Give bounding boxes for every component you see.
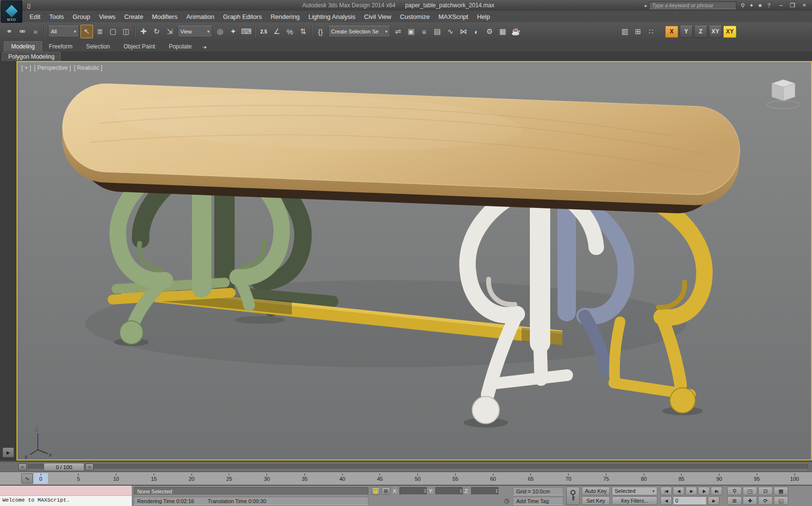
zoom-extents-all-button[interactable]: ▦ [774, 487, 788, 495]
frame-tick-45[interactable]: 45 [373, 473, 387, 484]
key-filters-button[interactable]: Key Filters... [612, 496, 657, 505]
spinner-icon[interactable] [702, 498, 704, 503]
zoom-button[interactable]: ⚲ [727, 487, 742, 495]
angle-snap-button[interactable]: ∠ [271, 25, 283, 38]
maximize-button[interactable]: ❒ [787, 1, 798, 10]
menu-item-help[interactable]: Help [473, 11, 494, 22]
frame-tick-75[interactable]: 75 [599, 473, 613, 484]
add-time-tag-field[interactable]: Add Time Tag [513, 497, 563, 505]
time-slider-handle[interactable]: 0 / 100 [44, 463, 84, 471]
current-frame-field[interactable]: 0 [673, 496, 707, 505]
restrict-y-button[interactable]: Y [680, 26, 693, 38]
x-coordinate-field[interactable] [399, 487, 427, 495]
tab-populate[interactable]: Populate [162, 42, 198, 51]
frame-tick-0[interactable]: 0 [33, 473, 48, 484]
frame-tick-90[interactable]: 90 [712, 473, 727, 484]
frame-tick-30[interactable]: 30 [260, 473, 274, 484]
schematic-view-button[interactable]: ⋈ [457, 25, 470, 38]
perspective-viewport[interactable]: Z x y [ + ] [ Perspective ] [ Realistic … [16, 61, 812, 460]
align-button[interactable]: ▣ [405, 25, 417, 38]
frame-tick-20[interactable]: 20 [184, 473, 199, 484]
select-object-button[interactable]: ↖ [80, 25, 93, 38]
frame-tick-5[interactable]: 5 [71, 473, 86, 484]
time-slider-track[interactable] [28, 464, 808, 470]
select-by-name-button[interactable]: ≣ [94, 25, 106, 38]
select-and-manipulate-button[interactable]: ✦ [227, 25, 239, 38]
tab-freeform[interactable]: Freeform [42, 42, 80, 51]
menu-item-group[interactable]: Group [68, 11, 95, 22]
toggle-ribbon-button[interactable]: ▤ [431, 25, 444, 38]
menu-item-civil-view[interactable]: Civil View [360, 11, 396, 22]
frame-tick-15[interactable]: 15 [146, 473, 161, 484]
ribbon-config-icon[interactable]: ▫▾ [199, 43, 211, 51]
spinner-icon[interactable] [460, 489, 462, 493]
percent-snap-button[interactable]: % [284, 25, 296, 38]
go-to-start-button[interactable]: |◀ [660, 487, 672, 495]
rectangular-selection-region-button[interactable]: ▢ [107, 25, 119, 38]
next-key-button[interactable]: ▶ [708, 496, 719, 505]
auto-key-button[interactable]: Auto Key [582, 487, 610, 495]
time-slider-prev-button[interactable]: < [18, 463, 27, 471]
menu-item-tools[interactable]: Tools [45, 11, 68, 22]
set-key-button[interactable]: Set Key [582, 496, 610, 505]
selection-filter-dropdown[interactable]: All [48, 26, 79, 37]
y-coordinate-field[interactable] [435, 487, 462, 495]
select-and-rotate-button[interactable]: ↻ [150, 25, 163, 38]
next-frame-button[interactable]: |▶ [698, 487, 710, 495]
search-button[interactable]: ⚲ [738, 1, 747, 10]
frame-tick-50[interactable]: 50 [411, 473, 425, 484]
zoom-all-button[interactable]: ◳ [743, 487, 757, 495]
time-slider-next-button[interactable]: > [85, 463, 94, 471]
frame-tick-85[interactable]: 85 [674, 473, 689, 484]
tab-modeling[interactable]: Modeling [4, 41, 42, 51]
mirror-button[interactable]: ⇌ [392, 25, 404, 38]
restrict-x-button[interactable]: X [665, 26, 678, 38]
curve-editor-button[interactable]: ∿ [444, 25, 457, 38]
close-button[interactable]: × [798, 1, 810, 10]
restrict-xy-button[interactable]: XY [709, 26, 722, 38]
search-input[interactable] [649, 1, 736, 9]
menu-item-animation[interactable]: Animation [182, 11, 219, 22]
play-button[interactable]: ▶ [685, 487, 697, 495]
snaps-toggle-button[interactable]: 2.5 [257, 25, 270, 38]
spinner-icon[interactable] [496, 489, 498, 493]
help-button[interactable]: ? [764, 1, 773, 10]
zoom-region-button[interactable]: ⊞ [727, 496, 742, 505]
viewport-menu-shading[interactable]: [ Realistic ] [74, 64, 102, 71]
restrict-z-button[interactable]: Z [694, 26, 707, 38]
frame-tick-25[interactable]: 25 [222, 473, 237, 484]
maxscript-mini-listener[interactable]: Welcome to MAXScript. [0, 486, 132, 506]
mini-curve-editor-button[interactable]: ∿ [21, 474, 33, 484]
maximize-viewport-button[interactable]: ◱ [774, 496, 788, 505]
listener-line[interactable]: Welcome to MAXScript. [0, 496, 132, 506]
frame-tick-70[interactable]: 70 [561, 473, 576, 484]
restrict-xy-flyout-button[interactable]: XY [723, 26, 736, 38]
dot-matrix-icon[interactable]: ∷ [645, 25, 657, 38]
select-and-link-button[interactable]: ⚭ [3, 25, 16, 38]
frame-tick-95[interactable]: 95 [749, 473, 764, 484]
expand-panel-button[interactable]: ▶ [2, 447, 14, 458]
render-production-button[interactable]: ☕ [509, 25, 522, 38]
rendered-frame-window-button[interactable]: ▦ [496, 25, 509, 38]
previous-frame-button[interactable]: ◀| [673, 487, 685, 495]
pan-button[interactable]: ✚ [743, 496, 757, 505]
spinner-snap-button[interactable]: ⇅ [297, 25, 309, 38]
viewport-menu-general[interactable]: [ + ] [21, 64, 31, 71]
minimize-button[interactable]: – [775, 1, 787, 10]
menu-item-customize[interactable]: Customize [396, 11, 434, 22]
use-pivot-point-button[interactable]: ◎ [214, 25, 226, 38]
unlink-selection-button[interactable]: ⚮ [16, 25, 29, 38]
key-mode-dropdown[interactable]: Selected [612, 487, 657, 495]
menu-item-create[interactable]: Create [120, 11, 147, 22]
frame-tick-10[interactable]: 10 [109, 473, 124, 484]
viewport-canvas[interactable]: Z x y [17, 62, 811, 459]
render-setup-button[interactable]: ⚙ [483, 25, 496, 38]
measure-icon[interactable]: ⊞ [632, 25, 644, 38]
new-scene-button[interactable]: ▯ [24, 1, 33, 10]
frame-tick-40[interactable]: 40 [335, 473, 350, 484]
communication-center-button[interactable]: ✦ [747, 1, 756, 10]
window-crossing-toggle[interactable]: ◫ [120, 25, 132, 38]
menu-item-graph-editors[interactable]: Graph Editors [219, 11, 266, 22]
tab-selection[interactable]: Selection [79, 42, 116, 51]
menu-item-edit[interactable]: Edit [25, 11, 45, 22]
